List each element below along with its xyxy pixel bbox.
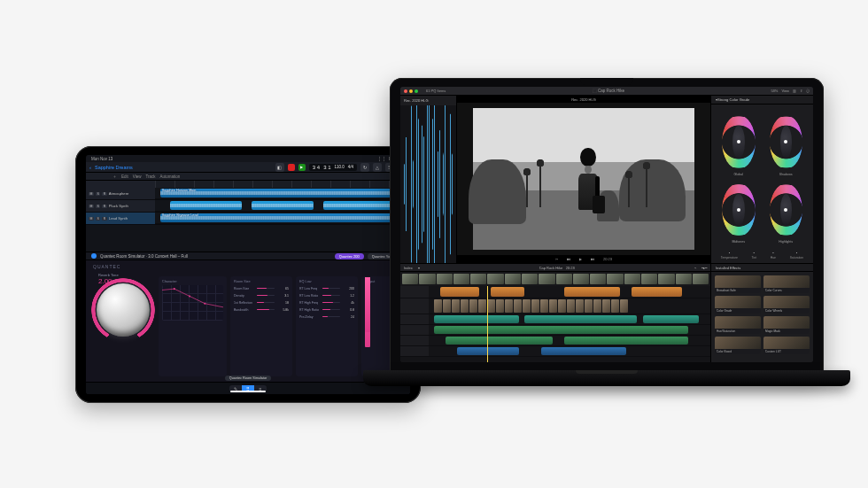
plugin-brand: QUANTEC	[93, 264, 120, 269]
ipad-device: Mon Nov 13 ⋮⋮ 88% ‹ Sapphire Dreams ◧ ▶ …	[75, 146, 421, 403]
subtool-item[interactable]: Track	[145, 174, 155, 179]
temperature-slider[interactable]: •	[729, 251, 730, 255]
ipad-bottom-bar: Quantec Room Simulator ✎ ⠿ ≡	[86, 382, 410, 394]
plugin-slider[interactable]: RT High Ratio0.8	[299, 307, 354, 312]
tint-slider[interactable]: •	[754, 251, 755, 255]
audio-waveform-browser[interactable]	[400, 105, 456, 263]
fx-item[interactable]: Color Wheels	[763, 296, 810, 314]
add-track-button[interactable]: ＋	[112, 174, 117, 179]
plugin-footer-chip[interactable]: Quantec Room Simulator	[225, 376, 272, 381]
plugin-slider[interactable]: RT Low Ratio1.2	[299, 293, 354, 298]
metronome-button[interactable]: △	[373, 163, 382, 172]
logic-pro-ipad-screen: Mon Nov 13 ⋮⋮ 88% ‹ Sapphire Dreams ◧ ▶ …	[86, 155, 410, 394]
plugin-slider[interactable]: Room Size65	[234, 286, 289, 290]
plugin-slider[interactable]: Pre-Delay24	[299, 314, 354, 319]
close-traffic-light[interactable]	[404, 89, 407, 93]
macbook-base	[363, 370, 850, 386]
color-wheel-highlights[interactable]: Highlights	[764, 178, 809, 243]
prev-button[interactable]: ⏮	[567, 257, 570, 261]
video-frame	[473, 108, 694, 250]
effects-tab[interactable]: Installed Effects	[711, 264, 813, 272]
reverb-time-knob[interactable]	[97, 283, 150, 337]
fx-item[interactable]: Custom LUT	[763, 337, 810, 354]
fx-item[interactable]: Color Grade	[715, 296, 761, 314]
track-name: Pluck Synth	[109, 204, 128, 208]
fx-item[interactable]: Broadcast Safe	[715, 275, 761, 293]
project-title[interactable]: Sapphire Dreams	[95, 165, 133, 170]
svg-point-2	[204, 303, 205, 305]
timeline-lanes[interactable]	[400, 286, 710, 362]
color-wheel-midtones[interactable]: Midtones	[717, 178, 761, 243]
viewer-canvas[interactable]	[457, 103, 710, 255]
subtool-item[interactable]: Edit	[121, 174, 128, 179]
viewer-panel: Rec. 2020 HLG ✂ ⏮ ▶ ⏭	[457, 96, 710, 263]
saturation-slider[interactable]: •	[796, 251, 797, 255]
macbook-device: 61 PQ Items ⬚ Cap Rock Hike 53% View ▥ ⇪…	[390, 78, 824, 375]
play-button[interactable]: ▶	[579, 257, 582, 261]
wifi-icon: ⋮⋮	[377, 157, 386, 161]
plugin-slider[interactable]: 1st Reflection18	[234, 300, 289, 305]
subtool-item[interactable]: Automation	[160, 174, 181, 179]
hue-slider[interactable]: •	[772, 251, 773, 255]
plugin-column-eq: EQ Low RT Low Freq200 RT Low Ratio1.2 RT…	[296, 276, 358, 376]
timecode-readout: 20:23	[603, 257, 612, 261]
filmstrip[interactable]	[400, 272, 710, 286]
scopes-icon[interactable]: ▥	[793, 89, 796, 93]
track-name: Atmosphere	[109, 191, 129, 196]
plugin-slider[interactable]: Density3.1	[234, 293, 289, 298]
fx-item[interactable]: Color Board	[715, 337, 761, 354]
minimize-traffic-light[interactable]	[409, 89, 413, 93]
share-icon[interactable]: ⇪	[800, 89, 802, 93]
fx-item[interactable]: Color Curves	[763, 275, 810, 293]
timeline-ruler[interactable]	[86, 181, 410, 188]
home-indicator[interactable]	[230, 391, 266, 392]
playhead[interactable]	[487, 286, 488, 362]
plugin-preset-active[interactable]: Quantec 200	[335, 253, 364, 259]
track-header[interactable]: MSR Pluck Synth	[86, 200, 155, 212]
zoom-slider[interactable]: ━●━	[701, 266, 707, 270]
color-wheel-shadows[interactable]: Shadows	[764, 110, 809, 174]
browser-panel: Rec. 2020 HLG	[400, 96, 457, 263]
inspector-icon[interactable]: ⓘ	[806, 89, 810, 93]
back-chevron-icon[interactable]: ‹	[89, 165, 91, 170]
zoom-readout[interactable]: 53%	[771, 89, 778, 93]
snapping-icon[interactable]: ⌁	[694, 266, 696, 270]
track-row[interactable]: MSR Pluck Synth	[86, 200, 410, 213]
track-row[interactable]: MSR Lead Synth Sapphire Skywave Lead	[86, 213, 410, 225]
inspector-tab[interactable]: ▾ Strong Color Grade	[711, 96, 813, 105]
color-space-label: Rec. 2020 HLG	[571, 97, 596, 102]
library-count: 61 PQ Items	[426, 89, 446, 93]
track-row[interactable]: MSR Atmosphere Sapphire Horizon Main	[86, 188, 410, 200]
view-menu[interactable]: View	[781, 89, 789, 93]
plugin-column-character: Character	[159, 276, 227, 376]
color-wheel-global[interactable]: Global	[717, 110, 761, 174]
plugin-slider[interactable]: RT High Freq4k	[299, 300, 354, 305]
fx-item[interactable]: Hue/Saturation	[715, 316, 761, 334]
fx-item[interactable]: Magic Mask	[763, 316, 810, 334]
fullscreen-traffic-light[interactable]	[415, 89, 418, 93]
plugin-slider[interactable]: Bandwidth5.8k	[234, 307, 289, 312]
timeline-area: Index ▾ Cap Rock Hike 20:23 ⌁ ━●━	[400, 263, 813, 362]
cycle-button[interactable]: ↻	[360, 163, 369, 172]
subject	[570, 148, 606, 216]
plugin-power-button[interactable]	[91, 253, 97, 259]
lcd-display[interactable]: 3 4 3 1 110.0 4/4	[309, 164, 357, 171]
decay-graph[interactable]	[162, 285, 223, 321]
index-button[interactable]: Index	[404, 266, 413, 270]
track-header[interactable]: MSR Lead Synth	[86, 213, 155, 224]
library-button[interactable]: ◧	[275, 163, 284, 172]
play-button[interactable]: ▶	[298, 164, 306, 171]
status-time: Mon Nov 13	[91, 157, 112, 161]
skimmer-icon[interactable]: ✂	[555, 257, 558, 261]
next-button[interactable]: ⏭	[591, 257, 594, 261]
track-header[interactable]: MSR Atmosphere	[86, 188, 155, 199]
plugin-slider[interactable]: RT Low Freq200	[299, 286, 354, 290]
tracks-area[interactable]: MSR Atmosphere Sapphire Horizon Main MSR…	[86, 188, 410, 252]
tool-select[interactable]: ▾	[418, 266, 420, 270]
fc-window-chrome: 61 PQ Items ⬚ Cap Rock Hike 53% View ▥ ⇪…	[400, 87, 813, 96]
viewer-label: Rec. 2020 HLG	[400, 96, 456, 105]
subtool-item[interactable]: View	[133, 174, 142, 179]
svg-point-0	[174, 288, 175, 290]
record-button[interactable]	[288, 164, 295, 171]
plugin-name[interactable]: Quantec Room Simulator · 3.0 Concert Hal…	[100, 254, 188, 259]
